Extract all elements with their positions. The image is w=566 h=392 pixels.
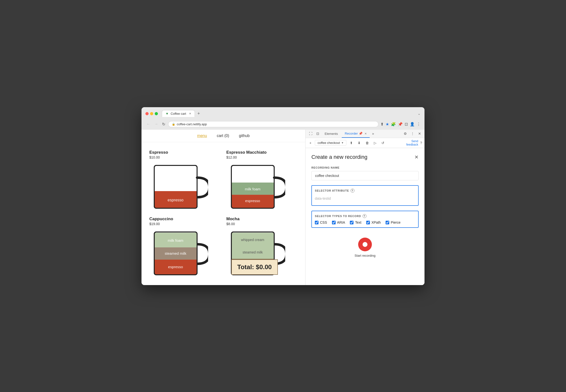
coffee-price: $12.00 — [226, 155, 298, 159]
checkbox-pierce[interactable]: Pierce — [386, 221, 400, 224]
selector-attribute-input[interactable] — [315, 195, 415, 202]
checkbox-css-input[interactable] — [315, 221, 318, 224]
recorder-toolbar: + coffee checkout ▼ ⬆ ⬇ 🗑 ▷ ↺ Sendfeedba… — [306, 138, 424, 148]
coffee-price: $10.00 — [149, 155, 221, 159]
minimize-traffic-light[interactable] — [150, 112, 153, 115]
close-traffic-light[interactable] — [145, 112, 149, 115]
url-text: coffee-cart.netlify.app — [177, 122, 207, 126]
browser-content: menu cart (0) github Espresso $10.00 — [142, 130, 424, 285]
upload-recording-button[interactable]: ⬆ — [348, 140, 354, 146]
start-recording-label: Start recording — [354, 254, 375, 257]
coffee-name: Espresso — [149, 150, 221, 155]
tab-title: Coffee cart — [171, 112, 186, 115]
devtools-panel: ⛶ ⊡ Elements Recorder 📌 ✕ » ⚙ ⋮ ✕ + coff… — [306, 130, 424, 285]
dialog-close-button[interactable]: ✕ — [414, 154, 419, 160]
nav-link-cart[interactable]: cart (0) — [217, 134, 229, 138]
refresh-button[interactable]: ↻ — [161, 121, 166, 127]
tab-recorder[interactable]: Recorder 📌 ✕ — [342, 130, 370, 138]
coffee-price: $8.00 — [226, 222, 298, 226]
coffee-name: Cappuccino — [149, 217, 221, 222]
tab-view-icon[interactable]: ⊡ — [405, 122, 408, 126]
coffee-item-mocha: Mocha $8.00 whipp — [224, 214, 301, 280]
bookmark-icon[interactable]: ★ — [386, 122, 389, 126]
share-icon[interactable]: ⬆ — [381, 122, 384, 126]
devtools-options-icon[interactable]: ⋮ — [409, 130, 416, 138]
checkout-text: Total: $0.00 — [237, 263, 272, 271]
coffee-name: Mocha — [226, 217, 298, 222]
devtools-settings-icon[interactable]: ⚙ — [402, 130, 408, 138]
recording-dropdown-icon[interactable]: ▼ — [341, 141, 344, 144]
nav-link-menu[interactable]: menu — [197, 134, 207, 138]
svg-text:milk foam: milk foam — [245, 187, 260, 191]
help-icon[interactable]: ? — [420, 141, 422, 145]
devtools-tab-bar: ⛶ ⊡ Elements Recorder 📌 ✕ » ⚙ ⋮ ✕ — [306, 130, 424, 138]
selector-types-help-icon[interactable]: ? — [363, 214, 367, 218]
coffee-name: Espresso Macchiato — [226, 150, 298, 155]
profile-icon[interactable]: 👤 — [410, 122, 415, 126]
browser-toolbar-icons: ⬆ ★ 🧩 📌 ⊡ 👤 ⋮ — [381, 122, 421, 126]
recording-name-display[interactable]: coffee checkout ▼ — [315, 140, 346, 146]
nav-link-github[interactable]: github — [239, 134, 250, 138]
pin-icon[interactable]: 📌 — [398, 122, 403, 126]
checkbox-xpath-input[interactable] — [366, 221, 370, 224]
record-inner-circle — [363, 242, 368, 247]
selector-types-section: SELECTOR TYPES TO RECORD ? CSS ARIA Text — [311, 211, 419, 228]
recorder-tab-close-icon[interactable]: ✕ — [365, 132, 367, 135]
checkbox-aria[interactable]: ARIA — [332, 221, 345, 224]
checkbox-aria-input[interactable] — [332, 221, 336, 224]
recording-name-input[interactable] — [311, 171, 419, 180]
selector-checkboxes: CSS ARIA Text XPath Pierce — [315, 221, 415, 224]
dialog-header: Create a new recording ✕ — [311, 154, 419, 160]
play-recording-button[interactable]: ▷ — [372, 140, 378, 146]
coffee-price: $19.00 — [149, 222, 221, 226]
download-recording-button[interactable]: ⬇ — [356, 140, 362, 146]
svg-text:milk foam: milk foam — [168, 238, 183, 242]
svg-text:whipped cream: whipped cream — [241, 238, 264, 242]
address-bar: ← → ↻ 🔒 coffee-cart.netlify.app ⬆ ★ 🧩 📌 … — [142, 120, 424, 130]
mug-mocha[interactable]: whipped cream steamed milk chocolate syr… — [226, 228, 285, 277]
mug-macchiato[interactable]: milk foam espresso — [226, 162, 285, 211]
tab-elements[interactable]: Elements — [322, 130, 341, 138]
mug-cappuccino[interactable]: milk foam steamed milk espresso — [149, 228, 208, 277]
svg-text:steamed milk: steamed milk — [165, 251, 186, 255]
more-options-icon[interactable]: ⋮ — [417, 122, 421, 126]
selector-types-label: SELECTOR TYPES TO RECORD ? — [315, 214, 415, 218]
selector-attribute-help-icon[interactable]: ? — [351, 189, 354, 193]
dialog-title: Create a new recording — [311, 154, 368, 160]
start-recording-button[interactable] — [358, 238, 372, 251]
maximize-traffic-light[interactable] — [155, 112, 158, 115]
devtools-more-tabs-icon[interactable]: » — [371, 130, 376, 138]
browser-window: ▼ Coffee cart ✕ + ⌄ ← → ↻ 🔒 coffee-cart.… — [142, 107, 424, 285]
svg-text:espresso: espresso — [168, 198, 184, 202]
recording-name-label: RECORDING NAME — [311, 166, 419, 169]
tab-favicon-icon: ▼ — [166, 112, 169, 115]
recording-name-text: coffee checkout — [318, 141, 340, 145]
site-navigation: menu cart (0) github — [142, 130, 305, 142]
checkbox-xpath[interactable]: XPath — [366, 221, 381, 224]
devtools-device-icon[interactable]: ⊡ — [315, 130, 321, 138]
mug-espresso[interactable]: espresso — [149, 162, 208, 211]
devtools-pointer-icon[interactable]: ⛶ — [308, 130, 314, 138]
tab-close-icon[interactable]: ✕ — [189, 112, 191, 115]
svg-text:steamed milk: steamed milk — [242, 250, 263, 254]
browser-tab[interactable]: ▼ Coffee cart ✕ — [162, 110, 195, 117]
forward-button[interactable]: → — [153, 121, 159, 127]
back-button[interactable]: ← — [145, 121, 151, 127]
extensions-icon[interactable]: 🧩 — [391, 122, 396, 126]
add-recording-button[interactable]: + — [308, 140, 313, 146]
coffee-grid: Espresso $10.00 espresso — [142, 142, 305, 285]
checkbox-text-input[interactable] — [350, 221, 354, 224]
delete-recording-button[interactable]: 🗑 — [364, 140, 370, 146]
recording-name-section: RECORDING NAME — [311, 166, 419, 180]
checkbox-css[interactable]: CSS — [315, 221, 327, 224]
url-bar[interactable]: 🔒 coffee-cart.netlify.app — [168, 121, 379, 127]
new-recording-dialog: Create a new recording ✕ RECORDING NAME … — [306, 148, 424, 285]
replay-recording-button[interactable]: ↺ — [380, 140, 386, 146]
selector-attribute-label: SELECTOR ATTRIBUTE ? — [315, 189, 415, 193]
devtools-close-icon[interactable]: ✕ — [417, 130, 423, 138]
checkbox-pierce-input[interactable] — [386, 221, 389, 224]
coffee-item-espresso: Espresso $10.00 espresso — [146, 147, 224, 214]
new-tab-button[interactable]: + — [195, 110, 202, 117]
checkbox-text[interactable]: Text — [350, 221, 361, 224]
send-feedback-link[interactable]: Sendfeedback — [406, 140, 418, 147]
